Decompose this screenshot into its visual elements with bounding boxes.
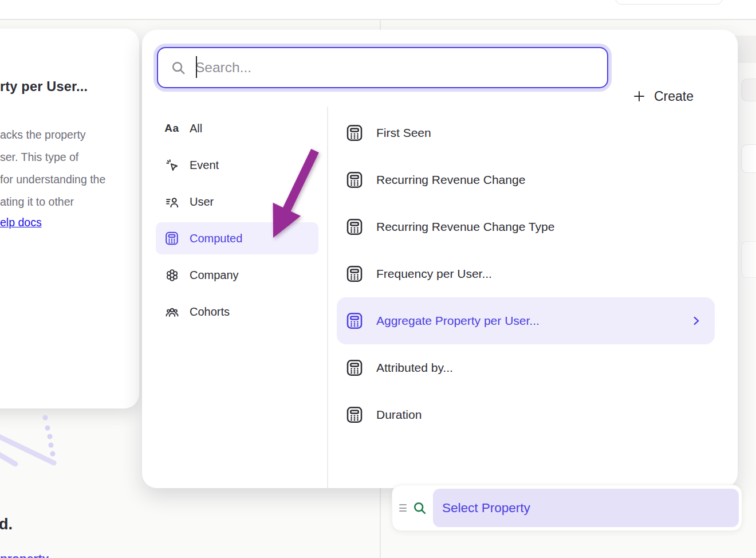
create-button-label: Create bbox=[654, 89, 694, 104]
cohorts-people-icon bbox=[164, 305, 180, 319]
annotation-arrow bbox=[252, 143, 332, 246]
property-item-label: Attributed by... bbox=[376, 361, 453, 375]
chevron-right-icon bbox=[690, 315, 702, 327]
drag-handle-icon[interactable] bbox=[399, 504, 407, 512]
calculator-icon bbox=[345, 171, 364, 189]
property-list: First Seen Recurring Revenue Change Recu… bbox=[337, 109, 715, 438]
search-field[interactable] bbox=[157, 47, 608, 88]
category-label: User bbox=[190, 195, 214, 209]
tooltip-line: acks the property bbox=[0, 124, 105, 146]
calculator-icon bbox=[345, 124, 364, 142]
background-card-fragment bbox=[741, 241, 756, 278]
calculator-icon bbox=[345, 312, 364, 330]
calculator-icon bbox=[345, 406, 364, 424]
search-bar bbox=[153, 44, 612, 92]
property-item-label: Recurring Revenue Change bbox=[376, 173, 525, 187]
search-icon bbox=[171, 60, 186, 76]
cut-off-button-fragment bbox=[615, 0, 723, 5]
property-item-recurring-revenue-change[interactable]: Recurring Revenue Change bbox=[337, 156, 715, 203]
background-card-fragment bbox=[741, 78, 756, 101]
text-format-icon: Aa bbox=[164, 122, 180, 135]
company-cluster-icon bbox=[164, 268, 180, 282]
help-docs-link[interactable]: elp docs bbox=[0, 216, 42, 229]
select-property-label: Select Property bbox=[442, 501, 530, 516]
tooltip-line: for understanding the bbox=[0, 168, 105, 191]
property-item-frequency-per-user[interactable]: Frequency per User... bbox=[337, 250, 715, 297]
property-tooltip: rty per User... acks the property ser. T… bbox=[0, 29, 139, 408]
property-item-label: Aggregate Property per User... bbox=[376, 314, 540, 328]
property-item-aggregate-property-per-user[interactable]: Aggregate Property per User... bbox=[337, 297, 715, 344]
decorative-illustration bbox=[0, 408, 69, 471]
top-divider bbox=[0, 19, 756, 20]
tooltip-description: acks the property ser. This type of for … bbox=[0, 124, 105, 213]
calculator-icon bbox=[345, 359, 364, 377]
property-item-label: Frequency per User... bbox=[376, 267, 492, 281]
property-picker-modal: Create Aa All Event bbox=[142, 30, 738, 488]
category-tab-company[interactable]: Company bbox=[156, 259, 318, 291]
category-label: Event bbox=[190, 159, 219, 172]
property-item-duration[interactable]: Duration bbox=[337, 391, 715, 438]
text-caret bbox=[196, 56, 197, 78]
calculator-icon bbox=[345, 218, 364, 236]
calculator-icon bbox=[164, 231, 180, 246]
background-card-fragment bbox=[741, 144, 756, 173]
property-item-attributed-by[interactable]: Attributed by... bbox=[337, 344, 715, 391]
app-background: rty per User... acks the property ser. T… bbox=[0, 0, 756, 558]
calculator-icon bbox=[345, 265, 364, 283]
property-selector-row: Select Property bbox=[392, 485, 742, 531]
category-label: Computed bbox=[190, 232, 242, 245]
user-list-icon bbox=[164, 195, 180, 209]
cut-off-heading: d. bbox=[0, 516, 13, 533]
tooltip-line: ser. This type of bbox=[0, 146, 105, 168]
search-input[interactable] bbox=[186, 60, 607, 76]
tooltip-title: rty per User... bbox=[0, 79, 88, 95]
category-label: All bbox=[190, 122, 202, 135]
property-item-label: Duration bbox=[376, 408, 422, 422]
category-label: Cohorts bbox=[190, 305, 230, 319]
tooltip-line: ating it to other bbox=[0, 191, 105, 213]
select-property-button[interactable]: Select Property bbox=[433, 489, 739, 527]
cursor-click-icon bbox=[164, 158, 180, 172]
property-item-label: Recurring Revenue Change Type bbox=[376, 220, 554, 234]
property-item-first-seen[interactable]: First Seen bbox=[337, 109, 715, 156]
category-label: Company bbox=[190, 269, 239, 282]
property-search-icon bbox=[412, 501, 427, 516]
category-tab-all[interactable]: Aa All bbox=[156, 112, 318, 144]
cut-off-link-text[interactable]: property bbox=[0, 552, 49, 558]
plus-icon bbox=[632, 89, 646, 103]
create-button[interactable]: Create bbox=[632, 79, 694, 113]
property-item-label: First Seen bbox=[376, 126, 431, 140]
category-tab-cohorts[interactable]: Cohorts bbox=[156, 296, 318, 328]
property-item-recurring-revenue-change-type[interactable]: Recurring Revenue Change Type bbox=[337, 203, 715, 250]
